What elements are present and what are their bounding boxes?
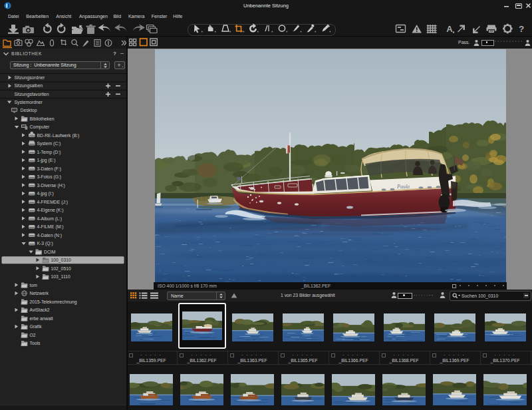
svg-text:3-Fotos (G:): 3-Fotos (G:) (37, 174, 62, 180)
svg-text:102_0510: 102_0510 (51, 266, 71, 272)
svg-text:4-FREMDE (J:): 4-FREMDE (J:) (37, 200, 68, 205)
svg-text:1-jpg (E:): 1-jpg (E:) (37, 158, 56, 163)
svg-text:4-Eigene (K:): 4-Eigene (K:) (37, 208, 64, 213)
svg-text:A: A (446, 24, 453, 34)
svg-text:Desktop: Desktop (21, 108, 37, 113)
svg-text:erbe anwalt: erbe anwalt (30, 316, 53, 321)
svg-text:Sitzungsfavoriten: Sitzungsfavoriten (15, 92, 49, 97)
svg-text:K-3 (Q:): K-3 (Q:) (37, 241, 53, 246)
svg-text:AviStack2: AviStack2 (30, 308, 50, 312)
svg-text:Grafik: Grafik (30, 324, 43, 329)
svg-text:103_1110: 103_1110 (51, 274, 70, 280)
svg-text:BD-RE-Laufwerk (B:): BD-RE-Laufwerk (B:) (37, 133, 80, 138)
svg-text:4-FILME (M:): 4-FILME (M:) (37, 224, 64, 230)
svg-text:O2: O2 (30, 333, 36, 337)
svg-text:100_0310: 100_0310 (51, 258, 71, 263)
svg-text:System (C:): System (C:) (37, 141, 61, 146)
svg-text:DCIM: DCIM (44, 250, 56, 254)
svg-text:tom: tom (30, 283, 38, 288)
svg-text:Computer: Computer (30, 124, 51, 130)
svg-text:Netzwerk: Netzwerk (30, 291, 49, 296)
svg-text:Tools: Tools (30, 341, 41, 345)
svg-text:?: ? (519, 24, 524, 34)
svg-text:4-Daten (N:): 4-Daten (N:) (37, 233, 62, 238)
svg-text:Sitzungsordner: Sitzungsordner (15, 75, 45, 81)
svg-text:3-Daten (F:): 3-Daten (F:) (37, 166, 62, 172)
svg-text:Bibliotheken: Bibliotheken (30, 116, 55, 121)
svg-text:3-Diverse (H:): 3-Diverse (H:) (37, 183, 65, 188)
svg-text:4-Album (L:): 4-Album (L:) (37, 216, 62, 222)
svg-text:2015-Telekomrechnung: 2015-Telekomrechnung (30, 300, 77, 305)
svg-text:1-Temp (D:): 1-Temp (D:) (37, 150, 61, 155)
svg-text:Sitzungsalben: Sitzungsalben (15, 83, 43, 89)
svg-text:4-jpg (I:): 4-jpg (I:) (37, 191, 54, 196)
svg-text:Systemordner: Systemordner (15, 100, 43, 105)
svg-text:Paula: Paula (396, 184, 410, 190)
